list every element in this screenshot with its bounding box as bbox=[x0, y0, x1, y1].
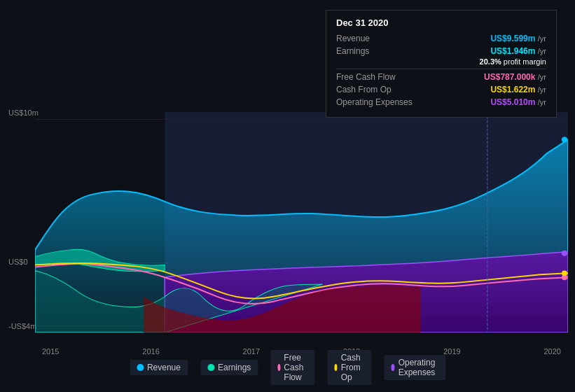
tooltip-card: Dec 31 2020 Revenue US$9.599m /yr Earnin… bbox=[326, 10, 557, 118]
tooltip-label-opex: Operating Expenses bbox=[336, 97, 413, 107]
tooltip-row-earnings: Earnings US$1.946m /yr 20.3% profit marg… bbox=[336, 46, 546, 66]
y-label-0: US$0 bbox=[8, 258, 28, 266]
legend-cashop[interactable]: Cash From Op bbox=[327, 350, 371, 385]
tooltip-row-revenue: Revenue US$9.599m /yr bbox=[336, 34, 546, 43]
tooltip-row-opex: Operating Expenses US$5.010m /yr bbox=[336, 97, 546, 107]
legend-dot-fcf bbox=[277, 364, 280, 371]
tooltip-label-fcf: Free Cash Flow bbox=[336, 72, 396, 82]
legend-dot-revenue bbox=[137, 364, 144, 371]
legend-label-opex: Operating Expenses bbox=[399, 358, 438, 377]
x-label-2020: 2020 bbox=[543, 347, 560, 356]
chart-legend: Revenue Earnings Free Cash Flow Cash Fro… bbox=[130, 350, 445, 385]
tooltip-value-earnings: US$1.946m /yr bbox=[480, 46, 546, 56]
legend-label-fcf: Free Cash Flow bbox=[284, 353, 307, 382]
y-label-10m: US$10m bbox=[8, 108, 39, 117]
y-label-4m: -US$4m bbox=[8, 322, 36, 330]
legend-dot-opex bbox=[391, 364, 394, 371]
tooltip-value-revenue: US$9.599m /yr bbox=[490, 34, 546, 43]
tooltip-profit-margin: 20.3% profit margin bbox=[480, 57, 546, 66]
x-label-2019: 2019 bbox=[443, 347, 460, 356]
tooltip-label-earnings: Earnings bbox=[336, 46, 369, 56]
tooltip-label-cashop: Cash From Op bbox=[336, 85, 392, 94]
legend-dot-earnings bbox=[207, 364, 214, 371]
legend-earnings[interactable]: Earnings bbox=[200, 360, 258, 375]
chart-svg bbox=[35, 112, 568, 332]
opex-dot bbox=[562, 251, 567, 256]
legend-label-earnings: Earnings bbox=[218, 363, 251, 372]
legend-revenue[interactable]: Revenue bbox=[130, 360, 188, 375]
cashop-dot bbox=[562, 270, 567, 276]
tooltip-value-cashop: US$1.622m /yr bbox=[490, 85, 546, 94]
tooltip-value-opex: US$5.010m /yr bbox=[490, 97, 546, 107]
tooltip-value-fcf: US$787.000k /yr bbox=[484, 72, 546, 82]
legend-fcf[interactable]: Free Cash Flow bbox=[270, 350, 314, 385]
legend-dot-cashop bbox=[334, 364, 337, 371]
legend-label-cashop: Cash From Op bbox=[341, 353, 365, 382]
tooltip-title: Dec 31 2020 bbox=[336, 18, 546, 28]
x-label-2015: 2015 bbox=[42, 347, 59, 356]
legend-label-revenue: Revenue bbox=[147, 363, 181, 372]
tooltip-row-cashop: Cash From Op US$1.622m /yr bbox=[336, 85, 546, 94]
tooltip-label-revenue: Revenue bbox=[336, 34, 370, 43]
revenue-dot bbox=[562, 136, 567, 142]
legend-opex[interactable]: Operating Expenses bbox=[384, 355, 445, 380]
tooltip-row-fcf: Free Cash Flow US$787.000k /yr bbox=[336, 72, 546, 82]
